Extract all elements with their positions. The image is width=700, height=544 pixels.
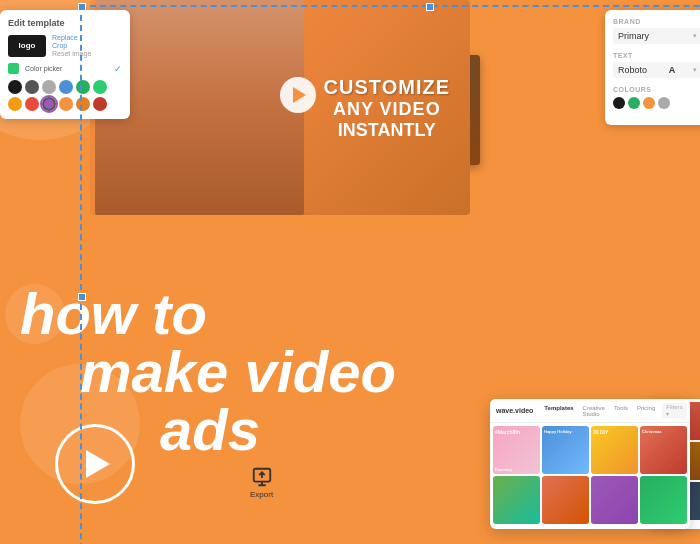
customize-line3: INSTANTLY (324, 119, 450, 140)
color-swatch[interactable] (76, 97, 90, 111)
font-size-indicator: A (669, 65, 676, 75)
wave-tab-tools[interactable]: Tools (611, 404, 631, 418)
colour-dot[interactable] (658, 97, 670, 109)
wave-tab-pricing[interactable]: Pricing (634, 404, 658, 418)
font-value-text: Roboto (618, 65, 647, 75)
wave-logo: wave.video (496, 407, 533, 414)
wave-card-diy-label: 30 DIY (593, 429, 608, 435)
headline-line1: how to (20, 285, 396, 343)
colours-field: COLOURS (613, 86, 700, 109)
play-button-large[interactable] (55, 424, 135, 504)
wave-card-march[interactable]: #March8th Diversity (493, 426, 540, 474)
wave-card-march-text: Diversity (495, 467, 512, 472)
wave-tabs: Templates Creative Studio Tools Pricing (541, 404, 658, 418)
brand-field: BRAND Primary ▾ (613, 18, 700, 44)
wave-card-holiday[interactable]: Happy Holiday (542, 426, 589, 474)
wave-card-extra-label: Christmas (642, 429, 662, 434)
color-swatch[interactable] (59, 80, 73, 94)
wave-tab-creative[interactable]: Creative Studio (580, 404, 608, 418)
wave-header: wave.video Templates Creative Studio Too… (490, 399, 690, 423)
wave-search[interactable]: Filters ▾ (662, 403, 686, 418)
color-swatch[interactable] (8, 97, 22, 111)
export-area: Export (250, 466, 273, 499)
color-picker-row: Color picker ✓ (8, 63, 122, 74)
logo-box: logo (8, 35, 46, 57)
wave-card-march-label: #March8th (495, 429, 520, 435)
wave-card-6[interactable] (542, 476, 589, 524)
reset-action[interactable]: Reset image (52, 50, 91, 57)
text-value[interactable]: Roboto A ▾ (613, 62, 700, 78)
wave-card-diy[interactable]: 30 DIY (591, 426, 638, 474)
wave-card-7[interactable] (591, 476, 638, 524)
logo-section: logo Replace Crop Reset image (8, 34, 122, 57)
color-swatch[interactable] (42, 80, 56, 94)
export-label: Export (250, 490, 273, 499)
wave-interface: wave.video Templates Creative Studio Too… (490, 399, 690, 529)
customize-text-overlay: CUSTOMIZE ANY VIDEO INSTANTLY (324, 75, 450, 140)
brand-dropdown-arrow: ▾ (693, 32, 697, 40)
headline-line2: make video (80, 343, 396, 401)
wave-card-holiday-label: Happy Holiday (544, 429, 572, 434)
export-icon[interactable] (251, 466, 273, 488)
wave-card-5[interactable] (493, 476, 540, 524)
crop-action[interactable]: Crop (52, 42, 91, 49)
customize-line1: CUSTOMIZE (324, 75, 450, 98)
wave-tab-templates[interactable]: Templates (541, 404, 576, 418)
wave-card-8[interactable] (640, 476, 687, 524)
play-button-main[interactable] (280, 77, 316, 113)
right-panel: BRAND Primary ▾ TEXT Roboto A ▾ COLOURS (605, 10, 700, 125)
colour-dots (613, 97, 700, 109)
customize-line2: ANY VIDEO (324, 98, 450, 119)
wave-grid: #March8th Diversity Happy Holiday 30 DIY… (490, 423, 690, 527)
color-swatch[interactable] (42, 97, 56, 111)
color-swatch[interactable] (93, 97, 107, 111)
color-swatch[interactable] (93, 80, 107, 94)
headline-line3: ads (160, 401, 396, 459)
color-picker-check: ✓ (114, 64, 122, 74)
colour-dot[interactable] (613, 97, 625, 109)
video-preview-main: CUSTOMIZE ANY VIDEO INSTANTLY (90, 0, 470, 215)
wave-card-extra[interactable]: Christmas (640, 426, 687, 474)
main-content: Edit template logo Replace Crop Reset im… (0, 0, 700, 544)
video-inner: CUSTOMIZE ANY VIDEO INSTANTLY (90, 0, 470, 215)
panel-title: Edit template (8, 18, 122, 28)
text-label: TEXT (613, 52, 700, 59)
colours-label: COLOURS (613, 86, 700, 93)
color-picker-icon (8, 63, 19, 74)
color-swatch[interactable] (59, 97, 73, 111)
color-swatch[interactable] (25, 80, 39, 94)
color-swatch[interactable] (8, 80, 22, 94)
color-picker-label: Color picker (25, 65, 62, 72)
brand-label: BRAND (613, 18, 700, 25)
colour-dot[interactable] (628, 97, 640, 109)
brand-value[interactable]: Primary ▾ (613, 28, 700, 44)
color-swatch[interactable] (76, 80, 90, 94)
colour-dot[interactable] (643, 97, 655, 109)
logo-actions: Replace Crop Reset image (52, 34, 91, 57)
color-swatch[interactable] (25, 97, 39, 111)
color-grid (8, 80, 122, 111)
replace-action[interactable]: Replace (52, 34, 91, 41)
brand-value-text: Primary (618, 31, 649, 41)
text-field: TEXT Roboto A ▾ (613, 52, 700, 78)
text-dropdown-arrow: ▾ (693, 66, 697, 74)
edit-template-panel: Edit template logo Replace Crop Reset im… (0, 10, 130, 119)
